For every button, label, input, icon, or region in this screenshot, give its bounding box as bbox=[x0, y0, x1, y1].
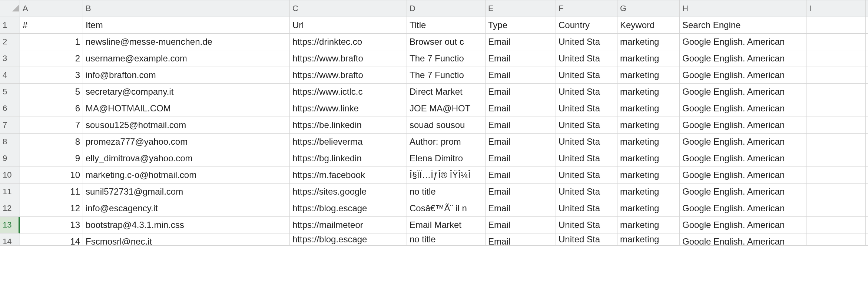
cell-A12[interactable]: 12 bbox=[20, 200, 83, 217]
cell-G6[interactable]: marketing bbox=[617, 100, 680, 117]
cell-D14[interactable]: no title bbox=[407, 233, 486, 246]
cell-B8[interactable]: promeza777@yahoo.com bbox=[83, 134, 290, 150]
cell-B2[interactable]: newsline@messe-muenchen.de bbox=[83, 34, 290, 50]
cell-I7[interactable] bbox=[806, 117, 866, 134]
cell-D7[interactable]: souad sousou bbox=[407, 117, 486, 134]
cell-F1[interactable]: Country bbox=[556, 17, 617, 34]
cell-B1[interactable]: Item bbox=[83, 17, 290, 34]
cell-C11[interactable]: https://sites.google bbox=[290, 184, 407, 200]
cell-J10[interactable] bbox=[866, 167, 868, 184]
col-header-A[interactable]: A bbox=[20, 0, 83, 17]
cell-B7[interactable]: sousou125@hotmail.com bbox=[83, 117, 290, 134]
cell-H14[interactable]: Google English. American bbox=[680, 233, 806, 246]
cell-G4[interactable]: marketing bbox=[617, 67, 680, 84]
cell-E6[interactable]: Email bbox=[486, 100, 556, 117]
cell-D10[interactable]: Î§ÏÏ…ÏƒÎ® ÎŸÎ¼Î bbox=[407, 167, 486, 184]
cell-F3[interactable]: United Sta bbox=[556, 50, 617, 67]
cell-C1[interactable]: Url bbox=[290, 17, 407, 34]
cell-J9[interactable] bbox=[866, 150, 868, 167]
cell-J14[interactable] bbox=[866, 233, 868, 246]
cell-H3[interactable]: Google English. American bbox=[680, 50, 806, 67]
cell-E4[interactable]: Email bbox=[486, 67, 556, 84]
cell-H8[interactable]: Google English. American bbox=[680, 134, 806, 150]
row-header-1[interactable]: 1 bbox=[0, 17, 20, 34]
cell-F7[interactable]: United Sta bbox=[556, 117, 617, 134]
cell-D2[interactable]: Browser out c bbox=[407, 34, 486, 50]
row-header-2[interactable]: 2 bbox=[0, 34, 20, 50]
cell-C6[interactable]: https://www.linke bbox=[290, 100, 407, 117]
cell-E14[interactable]: Email bbox=[486, 233, 556, 246]
cell-G13[interactable]: marketing bbox=[617, 217, 680, 233]
row-header-14[interactable]: 14 bbox=[0, 233, 20, 246]
cell-A7[interactable]: 7 bbox=[20, 117, 83, 134]
cell-C3[interactable]: https://www.brafto bbox=[290, 50, 407, 67]
cell-E8[interactable]: Email bbox=[486, 134, 556, 150]
cell-I8[interactable] bbox=[806, 134, 866, 150]
cell-H9[interactable]: Google English. American bbox=[680, 150, 806, 167]
cell-B14[interactable]: Fscmosrl@nec.it bbox=[83, 233, 290, 246]
cell-J1[interactable] bbox=[866, 17, 868, 34]
cell-F11[interactable]: United Sta bbox=[556, 184, 617, 200]
cell-G14[interactable]: marketing bbox=[617, 233, 680, 246]
cell-D4[interactable]: The 7 Functio bbox=[407, 67, 486, 84]
cell-I3[interactable] bbox=[806, 50, 866, 67]
cell-J5[interactable] bbox=[866, 84, 868, 100]
cell-J7[interactable] bbox=[866, 117, 868, 134]
col-header-J[interactable]: J bbox=[866, 0, 868, 17]
cell-A10[interactable]: 10 bbox=[20, 167, 83, 184]
cell-I6[interactable] bbox=[806, 100, 866, 117]
cell-D3[interactable]: The 7 Functio bbox=[407, 50, 486, 67]
cell-C9[interactable]: https://bg.linkedin bbox=[290, 150, 407, 167]
cell-H10[interactable]: Google English. American bbox=[680, 167, 806, 184]
col-header-G[interactable]: G bbox=[617, 0, 680, 17]
cell-I14[interactable] bbox=[806, 233, 866, 246]
cell-B10[interactable]: marketing.c-o@hotmail.com bbox=[83, 167, 290, 184]
cell-E3[interactable]: Email bbox=[486, 50, 556, 67]
cell-B4[interactable]: info@brafton.com bbox=[83, 67, 290, 84]
cell-C7[interactable]: https://be.linkedin bbox=[290, 117, 407, 134]
row-header-9[interactable]: 9 bbox=[0, 150, 20, 167]
col-header-I[interactable]: I bbox=[806, 0, 866, 17]
cell-B13[interactable]: bootstrap@4.3.1.min.css bbox=[83, 217, 290, 233]
cell-I10[interactable] bbox=[806, 167, 866, 184]
cell-B11[interactable]: sunil572731@gmail.com bbox=[83, 184, 290, 200]
cell-I9[interactable] bbox=[806, 150, 866, 167]
row-header-13[interactable]: 13 bbox=[0, 217, 20, 233]
cell-G5[interactable]: marketing bbox=[617, 84, 680, 100]
row-header-6[interactable]: 6 bbox=[0, 100, 20, 117]
cell-F6[interactable]: United Sta bbox=[556, 100, 617, 117]
cell-A8[interactable]: 8 bbox=[20, 134, 83, 150]
cell-F10[interactable]: United Sta bbox=[556, 167, 617, 184]
cell-C12[interactable]: https://blog.escage bbox=[290, 200, 407, 217]
cell-C5[interactable]: https://www.ictlc.c bbox=[290, 84, 407, 100]
cell-H4[interactable]: Google English. American bbox=[680, 67, 806, 84]
cell-G11[interactable]: marketing bbox=[617, 184, 680, 200]
cell-G3[interactable]: marketing bbox=[617, 50, 680, 67]
row-header-12[interactable]: 12 bbox=[0, 200, 20, 217]
row-header-5[interactable]: 5 bbox=[0, 84, 20, 100]
cell-C8[interactable]: https://believerma bbox=[290, 134, 407, 150]
cell-E11[interactable]: Email bbox=[486, 184, 556, 200]
cell-I4[interactable] bbox=[806, 67, 866, 84]
cell-I13[interactable] bbox=[806, 217, 866, 233]
cell-D12[interactable]: Cosâ€™Ã¨ il n bbox=[407, 200, 486, 217]
spreadsheet-grid[interactable]: A B C D E F G H I J 1 # Item Url Title T… bbox=[0, 0, 868, 250]
cell-J12[interactable] bbox=[866, 200, 868, 217]
cell-H1[interactable]: Search Engine bbox=[680, 17, 806, 34]
cell-C10[interactable]: https://m.facebook bbox=[290, 167, 407, 184]
col-header-D[interactable]: D bbox=[407, 0, 486, 17]
row-header-8[interactable]: 8 bbox=[0, 134, 20, 150]
col-header-C[interactable]: C bbox=[290, 0, 407, 17]
cell-H2[interactable]: Google English. American bbox=[680, 34, 806, 50]
cell-F9[interactable]: United Sta bbox=[556, 150, 617, 167]
col-header-B[interactable]: B bbox=[83, 0, 290, 17]
cell-E9[interactable]: Email bbox=[486, 150, 556, 167]
cell-E1[interactable]: Type bbox=[486, 17, 556, 34]
cell-C2[interactable]: https://drinktec.co bbox=[290, 34, 407, 50]
cell-J2[interactable] bbox=[866, 34, 868, 50]
cell-A5[interactable]: 5 bbox=[20, 84, 83, 100]
cell-A6[interactable]: 6 bbox=[20, 100, 83, 117]
cell-I2[interactable] bbox=[806, 34, 866, 50]
cell-D6[interactable]: JOE MA@HOT bbox=[407, 100, 486, 117]
cell-I5[interactable] bbox=[806, 84, 866, 100]
